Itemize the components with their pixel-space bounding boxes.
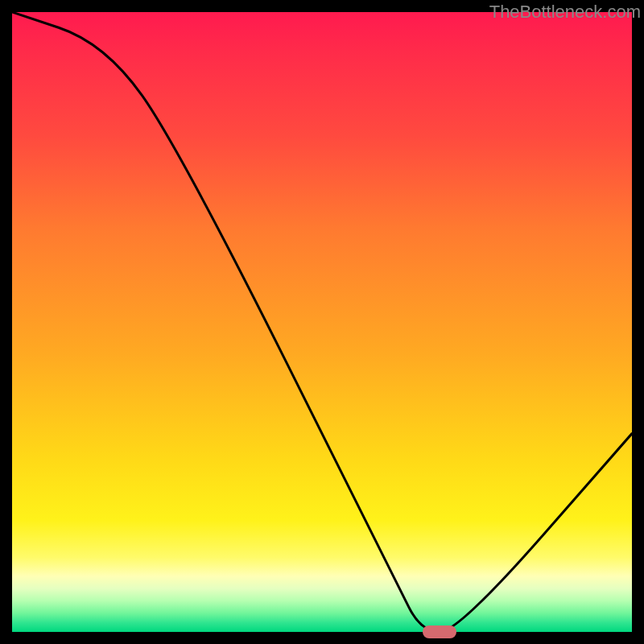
- plot-gradient-area: [12, 12, 632, 632]
- watermark-text: TheBottleneck.com: [489, 2, 641, 23]
- bottleneck-curve: [12, 12, 632, 632]
- optimal-marker: [423, 625, 456, 638]
